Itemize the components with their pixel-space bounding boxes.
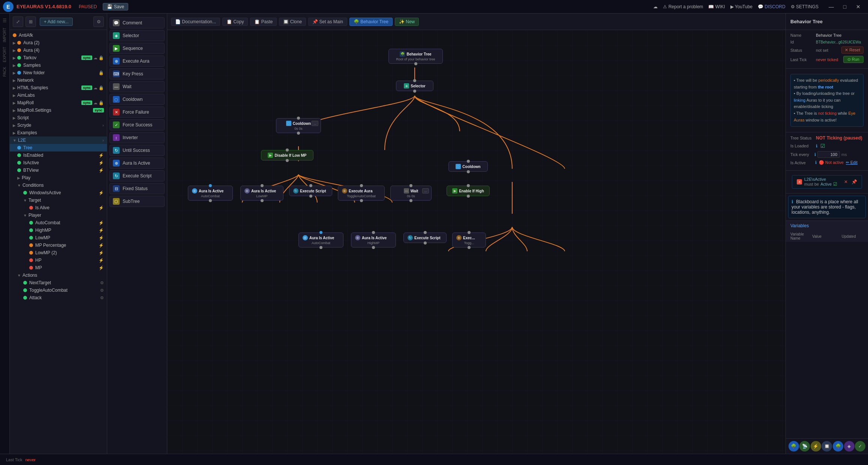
sidebar-item-mp[interactable]: MP ⚡ — [10, 264, 107, 272]
wait-node[interactable]: — Wait 0s 0s ... — [390, 186, 432, 201]
node-subtree[interactable]: ⬡ SubTree — [109, 196, 165, 207]
pin-condition-button[interactable]: 📌 — [852, 179, 857, 184]
sidebar-item-actions[interactable]: ▼ Actions — [10, 272, 107, 279]
sidebar-item-isalive[interactable]: Is Alive ⚡ — [10, 204, 107, 212]
save-button[interactable]: 💾 Save — [103, 3, 128, 10]
gear-attack[interactable]: ⚙ — [100, 296, 104, 300]
sidebar-item-aura2[interactable]: ▶ Aura (2) — [10, 39, 107, 46]
node-inverter[interactable]: ↕ Inverter — [109, 132, 165, 143]
sidebar-item-player[interactable]: ▼ Player — [10, 212, 107, 219]
wiki-link[interactable]: 📖 WIKI — [708, 4, 725, 9]
aura-active-autocombat-node[interactable]: ⊕ Aura Is Active AutoCombat — [188, 186, 233, 201]
documentation-button[interactable]: 📄 Documentation... — [171, 18, 220, 26]
enable-high-node[interactable]: ▶ Enable If High — [447, 186, 490, 196]
sidebar-item-tree[interactable]: Tree — [10, 144, 107, 152]
new-button[interactable]: ✨ New — [395, 18, 419, 26]
sidebar-item-conditions[interactable]: ▼ Conditions — [10, 182, 107, 189]
bottom-icon-5[interactable]: 🌳 — [833, 441, 843, 452]
sidebar-item-mppercentage[interactable]: MP Percentage ⚡ — [10, 242, 107, 249]
gear-nexttarget[interactable]: ⚙ — [100, 280, 104, 285]
sidebar-item-lowmp2[interactable]: LowMP (2) ⚡ — [10, 249, 107, 256]
sidebar-item-script[interactable]: ▶ Script — [10, 114, 107, 122]
active-checkbox[interactable]: ☑ — [833, 182, 837, 187]
sidebar-item-highmp[interactable]: HighMP ⚡ — [10, 226, 107, 234]
set-as-main-button[interactable]: 📌 Set as Main — [308, 18, 347, 26]
exec-togg-bottom[interactable]: ⊕ Exec... Togg... — [452, 232, 486, 248]
youtube-link[interactable]: ▶ YouTube — [730, 4, 753, 9]
add-new-button[interactable]: + Add new... — [40, 18, 73, 26]
tick-every-input[interactable] — [817, 151, 840, 158]
sidebar-item-toggleautocombat[interactable]: ToggleAutoCombat ⚙ — [10, 286, 107, 294]
sidebar-item-autocombat[interactable]: AutoCombat ⚡ — [10, 219, 107, 226]
sidebar-item-maproll[interactable]: ▶ MapRoll sync ☁ 🔒 — [10, 99, 107, 106]
node-force-failure[interactable]: ✕ Force Failure — [109, 106, 165, 118]
sidebar-layout-btn[interactable]: ⊞ — [25, 16, 36, 27]
sidebar-item-isactive[interactable]: IsActive ⚡ — [10, 159, 107, 166]
node-key-press[interactable]: ⌨ Key Press — [109, 68, 165, 80]
sidebar-item-nexttarget[interactable]: NextTarget ⚙ — [10, 279, 107, 286]
node-fixed-status[interactable]: ⊟ Fixed Status — [109, 183, 165, 194]
sidebar-item-scryde[interactable]: ▶ Scryde › — [10, 122, 107, 129]
variables-header[interactable]: Variables — [786, 221, 868, 231]
bottom-icon-3[interactable]: ⚡ — [811, 441, 821, 452]
export-label[interactable]: EXPORT — [2, 45, 7, 64]
edit-link[interactable]: ✏ Edit — [846, 160, 858, 165]
node-cooldown[interactable]: ◌ Cooldown — [109, 94, 165, 105]
sidebar-item-maprollsettings[interactable]: ▶ MapRoll.Settings sync — [10, 106, 107, 114]
sidebar-item-lowmp[interactable]: LowMP ⚡ — [10, 234, 107, 242]
sidebar-expand-btn[interactable]: ⤢ — [13, 16, 23, 27]
sidebar-item-isenabled[interactable]: IsEnabled ⚡ — [10, 152, 107, 159]
sidebar-item-samples[interactable]: ▶ Samples — [10, 62, 107, 69]
gear-toggleautocombat[interactable]: ⚙ — [100, 288, 104, 293]
minimize-button[interactable]: — — [825, 0, 838, 14]
exec-script-bottom[interactable]: ↻ Execute Script — [403, 232, 447, 243]
node-execute-aura[interactable]: ⊕ Execute Aura — [109, 56, 165, 67]
execute-script-node[interactable]: ↻ Execute Script — [289, 186, 332, 196]
bottom-icon-6[interactable]: ◈ — [844, 441, 855, 452]
sidebar-item-btview[interactable]: BTView ⚡ — [10, 166, 107, 174]
behavior-tree-tab[interactable]: 🌳 Behavior Tree — [349, 18, 393, 26]
reset-button[interactable]: ✕ Reset — [841, 46, 864, 54]
cloud-icon[interactable]: ☁ — [653, 4, 658, 9]
sidebar-item-l2e[interactable]: ▼ L2E › — [10, 136, 107, 144]
bottom-icon-7[interactable]: ✓ — [855, 441, 865, 452]
sidebar-item-windowisactive[interactable]: WindowIsActive ⚡ — [10, 189, 107, 196]
node-sequence[interactable]: ▶ Sequence — [109, 43, 165, 54]
sidebar-item-network[interactable]: ▶ Network — [10, 76, 107, 84]
node-execute-script[interactable]: ↻ Execute Script — [109, 170, 165, 182]
sidebar-item-hp[interactable]: HP ⚡ — [10, 256, 107, 264]
discord-link[interactable]: 💬 DISCORD — [758, 4, 786, 9]
sidebar-item-newfolder[interactable]: ▶ New folder 🔒 — [10, 69, 107, 76]
sidebar-settings-btn[interactable]: ⚙ — [93, 16, 104, 27]
run-button[interactable]: ⊙ Run — [843, 56, 864, 63]
bt-root-node[interactable]: 🌳 Behavior Tree Root of your behavior tr… — [388, 49, 443, 64]
sidebar-item-htmlsamples[interactable]: ▶ HTML Samples sync ☁ 🔒 — [10, 84, 107, 92]
canvas-content[interactable]: 🌳 Behavior Tree Root of your behavior tr… — [167, 30, 786, 454]
sidebar-item-antiatk[interactable]: AntiAfk — [10, 32, 107, 39]
clone-button[interactable]: 🔲 Clone — [279, 18, 306, 26]
sidebar-item-target[interactable]: ▼ Target — [10, 196, 107, 204]
paste-button[interactable]: 📋 Paste — [250, 18, 277, 26]
rail-icon-1[interactable]: ☰ — [1, 16, 9, 25]
sidebar-item-tarkov[interactable]: ▶ Tarkov sync ☁ 🔒 — [10, 54, 107, 62]
maximize-button[interactable]: □ — [838, 0, 852, 14]
close-button[interactable]: ✕ — [852, 0, 865, 14]
remove-condition-button[interactable]: ✕ — [844, 179, 848, 184]
bottom-icon-4[interactable]: 🔲 — [822, 441, 832, 452]
sidebar-item-examples[interactable]: ▶ Examples — [10, 129, 107, 136]
cooldown-right-node[interactable]: ◌ Cooldown — [448, 161, 488, 172]
pack-label[interactable]: PACK — [2, 65, 7, 78]
sidebar-item-aimlabs[interactable]: ▶ AimLabs — [10, 92, 107, 99]
aura-highmp-bottom[interactable]: ⊕ Aura Is Active HighMP — [351, 232, 396, 248]
node-aura-is-active[interactable]: ⊕ Aura Is Active — [109, 158, 165, 169]
report-problem-link[interactable]: ⚠ Report a problem — [663, 4, 703, 9]
node-selector[interactable]: ◈ Selector — [109, 30, 165, 41]
settings-link[interactable]: ⚙ SETTINGS — [791, 4, 819, 9]
execute-aura-node[interactable]: ⊕ Execute Aura ToggleAutoCombat — [338, 186, 385, 201]
node-comment[interactable]: 💬 Comment — [109, 17, 165, 28]
sidebar-item-play[interactable]: ▶ Play — [10, 174, 107, 182]
bottom-icon-2[interactable]: 📡 — [799, 441, 810, 452]
node-wait[interactable]: — Wait — [109, 81, 165, 92]
node-force-success[interactable]: ✓ Force Success — [109, 119, 165, 130]
disable-lowmp-node[interactable]: ▶ Disable If Low MP — [261, 150, 313, 160]
